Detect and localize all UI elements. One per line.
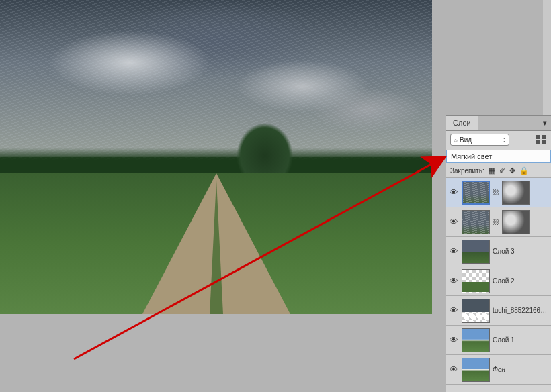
layer-row[interactable]: 👁Слой 2 — [446, 266, 551, 296]
blend-mode-dropdown[interactable]: Мягкий свет — [446, 150, 551, 163]
lock-transparency-icon[interactable]: ▦ — [489, 166, 495, 175]
visibility-toggle-icon[interactable]: 👁 — [448, 305, 459, 315]
rain-overlay — [0, 0, 432, 173]
canvas-image[interactable] — [0, 0, 432, 314]
visibility-toggle-icon[interactable]: 👁 — [448, 246, 459, 256]
layers-panel: Слои ▾ ⌕ Вид ÷ Мягкий свет Закрепить: ▦ … — [446, 115, 551, 392]
lock-position-icon[interactable]: ✥ — [509, 166, 515, 175]
lock-all-icon[interactable]: 🔒 — [519, 166, 529, 175]
layer-thumbnail[interactable] — [462, 181, 490, 205]
layer-name-label[interactable]: Слой 3 — [493, 248, 515, 255]
layer-mask-thumbnail[interactable] — [502, 210, 530, 234]
mask-link-icon[interactable]: ⛓ — [493, 218, 499, 226]
layer-row[interactable]: 👁Слой 1 — [446, 326, 551, 355]
visibility-toggle-icon[interactable]: 👁 — [448, 217, 459, 227]
lock-row: Закрепить: ▦ ✐ ✥ 🔒 — [446, 164, 551, 178]
layer-row[interactable]: 👁Слой 3 — [446, 237, 551, 266]
layer-mask-thumbnail[interactable] — [502, 181, 530, 205]
layer-thumbnail[interactable] — [462, 210, 490, 234]
layer-row[interactable]: 👁⛓ — [446, 178, 551, 207]
visibility-toggle-icon[interactable]: 👁 — [448, 364, 459, 375]
workspace: Слои ▾ ⌕ Вид ÷ Мягкий свет Закрепить: ▦ … — [0, 0, 551, 392]
layers-list: 👁⛓👁⛓👁Слой 3👁Слой 2👁tuchi_88522166…👁Слой … — [446, 178, 551, 392]
filter-label: Вид — [460, 136, 472, 144]
filter-row: ⌕ Вид ÷ — [446, 131, 551, 148]
layer-row[interactable]: 👁⛓ — [446, 207, 551, 237]
visibility-toggle-icon[interactable]: 👁 — [448, 276, 459, 286]
layer-thumbnail[interactable] — [462, 299, 490, 323]
filter-type-icon[interactable] — [536, 135, 547, 144]
layer-row[interactable]: 👁tuchi_88522166… — [446, 296, 551, 326]
layer-name-label[interactable]: tuchi_88522166… — [493, 307, 547, 314]
layer-thumbnail[interactable] — [462, 269, 490, 293]
layer-thumbnail[interactable] — [462, 240, 490, 264]
mask-link-icon[interactable]: ⛓ — [493, 189, 499, 196]
search-icon: ⌕ — [454, 136, 458, 144]
visibility-toggle-icon[interactable]: 👁 — [448, 335, 459, 345]
tab-layers[interactable]: Слои — [446, 116, 478, 130]
scrollbar-vertical[interactable] — [543, 0, 551, 115]
layer-row[interactable]: 👁Фон — [446, 355, 551, 385]
panel-tab-bar: Слои ▾ — [446, 116, 551, 131]
visibility-toggle-icon[interactable]: 👁 — [448, 187, 459, 197]
layer-name-label[interactable]: Фон — [493, 366, 505, 373]
road — [142, 173, 290, 314]
layer-name-label[interactable]: Слой 2 — [493, 277, 515, 285]
layer-thumbnail[interactable] — [462, 358, 490, 382]
chevron-down-icon: ÷ — [503, 136, 507, 144]
layer-filter-dropdown[interactable]: ⌕ Вид ÷ — [450, 134, 509, 146]
lock-label: Закрепить: — [450, 167, 484, 175]
layer-name-label[interactable]: Слой 1 — [493, 336, 515, 344]
lock-pixels-icon[interactable]: ✐ — [499, 166, 505, 175]
layer-thumbnail[interactable] — [462, 328, 490, 352]
panel-menu-icon[interactable]: ▾ — [539, 116, 551, 130]
